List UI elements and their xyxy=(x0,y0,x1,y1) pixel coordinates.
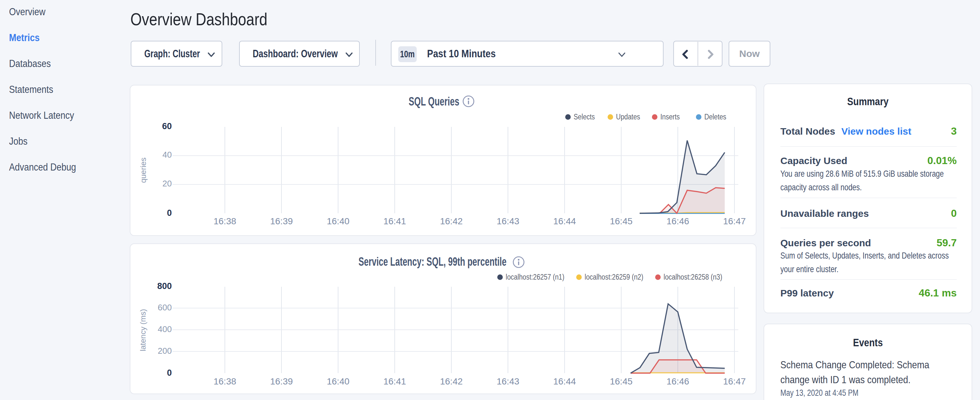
svg-text:16:42: 16:42 xyxy=(440,376,463,386)
svg-text:800: 800 xyxy=(157,281,172,291)
svg-text:40: 40 xyxy=(162,150,172,159)
svg-text:16:39: 16:39 xyxy=(270,216,293,226)
svg-text:16:47: 16:47 xyxy=(723,216,746,226)
svg-text:16:46: 16:46 xyxy=(667,216,689,226)
svg-text:16:45: 16:45 xyxy=(610,376,633,386)
svg-text:16:41: 16:41 xyxy=(383,376,406,386)
svg-text:16:44: 16:44 xyxy=(553,216,576,226)
svg-text:60: 60 xyxy=(162,121,172,131)
svg-text:16:43: 16:43 xyxy=(496,376,519,386)
svg-text:16:47: 16:47 xyxy=(723,376,746,386)
svg-text:16:39: 16:39 xyxy=(270,376,293,386)
svg-text:16:41: 16:41 xyxy=(383,216,406,226)
svg-text:16:38: 16:38 xyxy=(213,376,236,386)
svg-text:16:46: 16:46 xyxy=(667,376,689,386)
svg-text:16:40: 16:40 xyxy=(327,376,349,386)
svg-text:0: 0 xyxy=(167,368,172,378)
svg-text:400: 400 xyxy=(158,324,172,334)
svg-text:0: 0 xyxy=(167,208,172,218)
svg-text:20: 20 xyxy=(162,178,172,188)
svg-text:600: 600 xyxy=(158,303,172,312)
svg-text:16:44: 16:44 xyxy=(553,376,576,386)
svg-text:16:40: 16:40 xyxy=(327,216,349,226)
svg-text:queries: queries xyxy=(139,158,148,183)
svg-text:16:45: 16:45 xyxy=(610,216,633,226)
svg-text:200: 200 xyxy=(158,346,172,356)
svg-text:16:42: 16:42 xyxy=(440,216,463,226)
svg-text:16:43: 16:43 xyxy=(496,216,519,226)
svg-text:latency (ms): latency (ms) xyxy=(138,309,147,351)
svg-text:16:38: 16:38 xyxy=(213,216,236,226)
